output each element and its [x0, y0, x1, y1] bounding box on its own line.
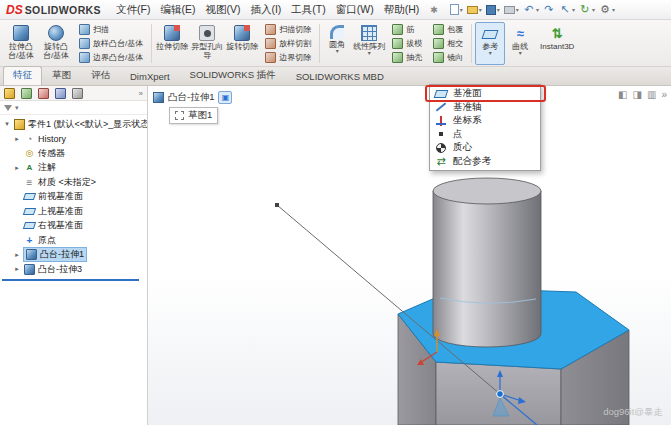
print-button[interactable]: ▾: [504, 6, 519, 14]
tab-dimxpert[interactable]: DimXpert: [120, 68, 180, 85]
menu-edit[interactable]: 编辑(E): [155, 1, 200, 19]
filter-funnel-icon[interactable]: [4, 105, 12, 111]
menu-view[interactable]: 视图(V): [200, 1, 245, 19]
wrap-button[interactable]: 包覆: [430, 23, 466, 36]
tree-item-boss-extrude1[interactable]: ▸ 凸台-拉伸1: [0, 248, 147, 263]
sketch-endpoint[interactable]: [275, 203, 279, 207]
undo-icon: ↶: [523, 3, 535, 16]
caret-down-icon: ▾: [536, 6, 539, 13]
feature-manager-tab-strip: »: [0, 86, 147, 101]
rollback-bar[interactable]: [2, 279, 139, 281]
tab-sw-mbd[interactable]: SOLIDWORKS MBD: [286, 68, 394, 85]
undo-button[interactable]: ↶▾: [523, 3, 539, 16]
selected-sketch-point[interactable]: [497, 391, 504, 398]
breadcrumb-feature-row[interactable]: 凸台-拉伸1 ▣: [153, 91, 232, 104]
revolved-boss-button[interactable]: 旋转凸台/基体: [39, 22, 73, 65]
caret-down-icon: ▾: [479, 6, 482, 13]
tree-root[interactable]: ▾ 零件1 (默认<<默认>_显示状态: [0, 117, 147, 132]
instant3d-button[interactable]: ⇅ Instant3D: [535, 22, 579, 65]
tree-item-front-plane[interactable]: 前视基准面: [0, 190, 147, 205]
extruded-cut-button[interactable]: 拉伸切除: [155, 22, 189, 65]
propertymanager-tab-icon[interactable]: [21, 88, 32, 99]
draft-button[interactable]: 拔模: [389, 37, 425, 50]
revolved-cut-button[interactable]: 旋转切除: [225, 22, 259, 65]
rebuild-button[interactable]: ↻▾: [579, 3, 595, 16]
display-pane-icon-3[interactable]: ▥: [647, 89, 656, 100]
lofted-boss-icon: [79, 38, 90, 49]
display-pane-expand-icon[interactable]: »: [661, 89, 667, 100]
tree-item-right-plane[interactable]: 右视基准面: [0, 219, 147, 234]
cylinder-body[interactable]: [433, 191, 541, 347]
menu-item-mate-reference[interactable]: ⇄ 配合参考: [430, 155, 540, 169]
tree-filter-bar: ▾: [0, 101, 147, 115]
dimxpertmanager-tab-icon[interactable]: [55, 88, 66, 99]
redo-button[interactable]: ↷: [543, 3, 555, 16]
curves-button[interactable]: ≈ 曲线 ▾: [506, 22, 534, 65]
swept-cut-button[interactable]: 扫描切除: [262, 23, 314, 36]
expand-arrow-icon[interactable]: ▸: [13, 251, 21, 259]
expand-arrow-icon[interactable]: ▸: [13, 164, 21, 172]
menu-help[interactable]: 帮助(H): [379, 1, 425, 19]
caret-down-icon[interactable]: ▾: [15, 104, 19, 112]
menu-tools[interactable]: 工具(T): [286, 1, 330, 19]
save-button[interactable]: ▾: [486, 5, 500, 15]
edit-feature-button[interactable]: ▣: [218, 91, 232, 104]
menu-file[interactable]: 文件(F): [111, 1, 155, 19]
swept-boss-button[interactable]: 扫描: [76, 23, 146, 36]
boundary-boss-button[interactable]: 边界凸台/基体: [76, 51, 146, 64]
extruded-boss-button[interactable]: 拉伸凸台/基体: [4, 22, 38, 65]
menu-insert[interactable]: 插入(I): [245, 1, 286, 19]
lofted-cut-button[interactable]: 放样切割: [262, 37, 314, 50]
lofted-boss-button[interactable]: 放样凸台/基体: [76, 37, 146, 50]
collapse-arrow-icon[interactable]: ▾: [3, 120, 11, 128]
open-button[interactable]: ▾: [467, 6, 482, 14]
menu-item-coordinate-system[interactable]: 坐标系: [430, 114, 540, 128]
tree-item-top-plane[interactable]: 上视基准面: [0, 204, 147, 219]
displaymanager-tab-icon[interactable]: [72, 88, 83, 99]
tree-item-boss-extrude3[interactable]: ▸ 凸台-拉伸3: [0, 262, 147, 277]
draft-icon: [392, 38, 403, 49]
shell-icon: [392, 52, 403, 63]
coordinate-system-icon: [435, 115, 447, 127]
panel-chevron-icon[interactable]: »: [139, 89, 143, 98]
tree-item-origin[interactable]: + 原点: [0, 233, 147, 248]
options-button[interactable]: ⚙▾: [599, 3, 615, 16]
intersect-button[interactable]: 相交: [430, 37, 466, 50]
rib-button[interactable]: 筋: [389, 23, 425, 36]
hole-wizard-button[interactable]: 异型孔向导: [190, 22, 224, 65]
breadcrumb-sketch-chip[interactable]: 草图1: [169, 107, 218, 124]
display-pane-icon-2[interactable]: ◨: [633, 89, 642, 100]
menu-item-axis[interactable]: 基准轴: [430, 101, 540, 115]
menu-item-plane[interactable]: 基准面: [430, 87, 540, 101]
select-button[interactable]: ↖▾: [559, 3, 575, 16]
menu-item-center-of-mass[interactable]: 质心: [430, 141, 540, 155]
tree-item-material[interactable]: ≡ 材质 <未指定>: [0, 175, 147, 190]
linear-pattern-button[interactable]: 线性阵列 ▾: [352, 22, 386, 65]
shell-button[interactable]: 抽壳: [389, 51, 425, 64]
tab-sketch[interactable]: 草图: [42, 66, 81, 85]
mirror-button[interactable]: 镜向: [430, 51, 466, 64]
configurationmanager-tab-icon[interactable]: [38, 88, 49, 99]
featuremanager-tab-icon[interactable]: [4, 88, 15, 99]
reference-geometry-button[interactable]: 参考 ▾: [475, 22, 505, 65]
menu-pin-icon[interactable]: ✱: [430, 5, 438, 15]
expand-arrow-icon[interactable]: ▸: [13, 265, 21, 273]
display-pane-icon-1[interactable]: ◧: [618, 89, 627, 100]
tree-item-sensors[interactable]: ◎ 传感器: [0, 146, 147, 161]
tab-sw-addins[interactable]: SOLIDWORKS 插件: [180, 66, 286, 85]
plane-icon: [23, 193, 36, 200]
cylinder-top-face[interactable]: [433, 178, 541, 204]
tab-evaluate[interactable]: 评估: [81, 66, 120, 85]
new-document-button[interactable]: ▾: [450, 4, 463, 15]
expand-arrow-icon[interactable]: ▸: [13, 135, 21, 143]
save-icon: [486, 5, 496, 15]
graphics-viewport[interactable]: 凸台-拉伸1 ▣ 草图1 ◧ ◨ ▥ » dog96it@暴走: [148, 86, 671, 425]
menu-window[interactable]: 窗口(W): [331, 1, 379, 19]
tree-item-history[interactable]: ▸ ◔ History: [0, 132, 147, 147]
fillet-button[interactable]: 圆角 ▾: [323, 22, 351, 65]
tab-features[interactable]: 特征: [3, 66, 42, 85]
tree-item-annotations[interactable]: ▸ A 注解: [0, 161, 147, 176]
boundary-cut-button[interactable]: 边界切除: [262, 51, 314, 64]
curves-icon: ≈: [512, 25, 528, 41]
menu-item-point[interactable]: 点: [430, 128, 540, 142]
